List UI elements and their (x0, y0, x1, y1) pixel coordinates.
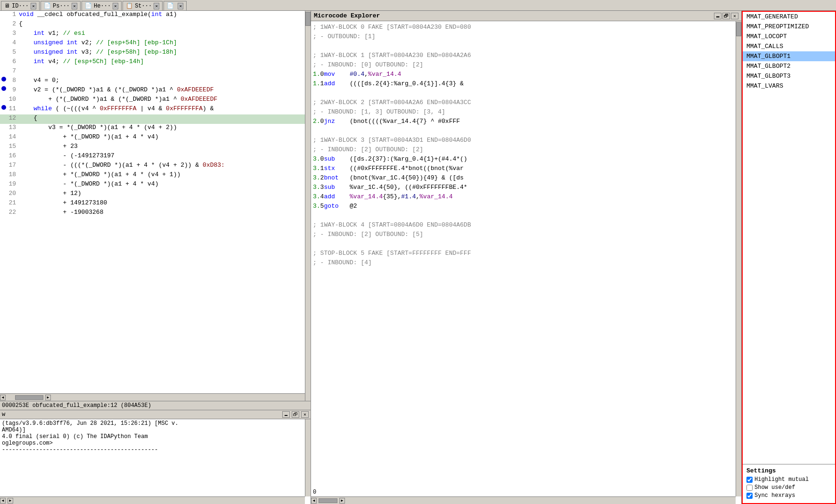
output-title-bar: w 🗕 🗗 ✕ (0, 410, 311, 419)
tab-ida-close[interactable]: ✕ (31, 3, 36, 9)
table-row: 2 { (0, 20, 305, 30)
list-item: 3. 5 goto @2 (313, 201, 739, 211)
show-use-def-checkbox[interactable] (746, 485, 753, 491)
option-MMAT_PREOPTIMIZED[interactable]: MMAT_PREOPTIMIZED (743, 22, 835, 32)
highlight-mutual-label: Highlight mutual (754, 476, 809, 483)
table-row: 15 + 23 (0, 143, 305, 152)
tab-hex[interactable]: 📄 He··· ✕ (82, 1, 122, 10)
microcode-title: Microcode Explorer (314, 12, 380, 19)
output-restore-btn[interactable]: 🗗 (292, 411, 299, 418)
mc-scroll-left[interactable]: ◀ (311, 498, 317, 504)
options-panel: MMAT_GENERATED MMAT_PREOPTIMIZED MMAT_LO… (742, 11, 836, 504)
tab-extra-close[interactable]: ✕ (178, 3, 183, 9)
table-row: 8 v4 = 0; (0, 77, 305, 86)
table-row: 17 - (((*(_DWORD *)(a1 + 4 * (v4 + 2)) &… (0, 162, 305, 171)
list-item: 2. 0 jnz (bnot((((%var_14.4{7} ^ #0xFFF (313, 116, 739, 126)
output-scrollbar-v[interactable] (305, 419, 311, 496)
checkbox-sync-hexrays[interactable]: Sync hexrays (746, 492, 831, 499)
microcode-scrollbar-h[interactable]: ◀ ▶ (311, 496, 736, 504)
code-scrollbar-h[interactable]: ◀ ▶ (0, 393, 305, 401)
tab-ida[interactable]: 🖥 ID··· ✕ (1, 1, 40, 10)
table-row: 5 unsigned int v3; // [esp+58h] [ebp-18h… (0, 49, 305, 58)
list-item (313, 88, 739, 98)
microcode-close-btn[interactable]: ✕ (731, 13, 738, 19)
breakpoint-8 (0, 77, 8, 81)
list-item: ; STOP-BLOCK 5 FAKE [START=FFFFFFFF END=… (313, 248, 739, 258)
list-item (313, 239, 739, 248)
list-item: ; 1WAY-BLOCK 1 [START=0804A230 END=0804A… (313, 50, 739, 60)
scroll-thumb-h[interactable] (15, 395, 43, 400)
table-row: 18 + *(_DWORD *)(a1 + 4 * (v4 + 1)) (0, 171, 305, 180)
tab-ps[interactable]: 📄 Ps··· ✕ (41, 1, 81, 10)
table-row: 22 + -19003268 (0, 209, 305, 218)
table-row: 16 - (-1491273197 (0, 152, 305, 162)
option-MMAT_GENERATED[interactable]: MMAT_GENERATED (743, 12, 835, 22)
tab-extra[interactable]: 📄 ✕ (164, 1, 187, 10)
microcode-scrollbar-v[interactable] (736, 21, 741, 496)
list-item: ; 2WAY-BLOCK 2 [START=0804A2A6 END=0804A… (313, 98, 739, 107)
microcode-content[interactable]: ; 1WAY-BLOCK 0 FAKE [START=0804A230 END=… (311, 21, 741, 504)
output-minimize-btn[interactable]: 🗕 (282, 411, 290, 418)
list-item: 3. 0 sub ([ds.2{37}:(%arg_0.4{1}+(#4.4*(… (313, 154, 739, 163)
highlight-mutual-checkbox[interactable] (746, 477, 753, 483)
list-item: ; 1WAY-BLOCK 3 [START=0804A3D1 END=0804A… (313, 135, 739, 145)
microcode-minimize-btn[interactable]: 🗕 (714, 13, 721, 19)
table-row: 7 (0, 67, 305, 77)
options-list: MMAT_GENERATED MMAT_PREOPTIMIZED MMAT_LO… (743, 12, 835, 464)
sync-hexrays-label: Sync hexrays (754, 492, 795, 499)
tab-ps-label: Ps··· (53, 3, 70, 9)
scroll-right-arrow[interactable]: ▶ (45, 395, 51, 400)
scroll-left-arrow[interactable]: ◀ (0, 395, 6, 400)
list-item: ; - INBOUND: [0] OUTBOUND: [2] (313, 60, 739, 69)
table-row: 21 + 1491273180 (0, 199, 305, 209)
list-item: ----------------------------------------… (2, 447, 309, 453)
list-item: 3. 1 stx ((#0xFFFFFFFE.4*bnot((bnot(%var (313, 163, 739, 173)
table-row: 9 v2 = (*(_DWORD *)a1 & (*(_DWORD *)a1 ^… (0, 86, 305, 96)
tab-ida-label: ID··· (12, 3, 29, 9)
list-item: 3. 2 bnot (bnot(%var_1C.4{50}){49} & ([d… (313, 173, 739, 182)
settings-title: Settings (746, 467, 831, 474)
table-row: 20 + 12) (0, 190, 305, 199)
mc-scroll-right[interactable]: ▶ (339, 498, 345, 504)
table-row: 6 int v4; // [esp+5Ch] [ebp-14h] (0, 58, 305, 67)
tab-str[interactable]: 📋 St··· ✕ (123, 1, 163, 10)
tab-ps-close[interactable]: ✕ (72, 3, 77, 9)
settings-section: Settings Highlight mutual Show use/def S… (743, 464, 835, 503)
table-row: 19 - *(_DWORD *)(a1 + 4 * v4) (0, 180, 305, 190)
list-item: 1. 1 add ((([ds.2{4}:%arg_0.4{1}].4{3} & (313, 79, 739, 88)
table-row: 11 while ( (~(((v4 ^ 0xFFFFFFFA | v4 & 0… (0, 105, 305, 114)
option-MMAT_CALLS[interactable]: MMAT_CALLS (743, 41, 835, 51)
checkbox-highlight-mutual[interactable]: Highlight mutual (746, 476, 831, 483)
option-MMAT_LOCOPT[interactable]: MMAT_LOCOPT (743, 32, 835, 41)
status-bar: 0000253E obfucated_full_example:12 (804A… (0, 401, 311, 410)
list-item: ; - OUTBOUND: [1] (313, 32, 739, 41)
microcode-title-bar: Microcode Explorer 🗕 🗗 ✕ (311, 11, 741, 21)
status-text: 0000253E obfucated_full_example:12 (804A… (2, 402, 151, 409)
checkbox-show-use-def[interactable]: Show use/def (746, 484, 831, 491)
main-content: 1 void __cdecl obfucated_full_example(in… (0, 11, 836, 504)
tab-ps-icon: 📄 (44, 2, 51, 9)
list-item: 3. 3 sub %var_1C.4{50}, ((#0xFFFFFFFBE.4… (313, 182, 739, 192)
option-MMAT_GLBOPT2[interactable]: MMAT_GLBOPT2 (743, 61, 835, 71)
code-scrollbar-v[interactable] (305, 11, 311, 401)
list-item: ; - INBOUND: [1, 3] OUTBOUND: [3, 4] (313, 107, 739, 116)
output-scrollbar-h[interactable]: ◀ ▶ (0, 496, 305, 504)
tab-str-icon: 📋 (126, 2, 133, 9)
microcode-panel: Microcode Explorer 🗕 🗗 ✕ ; 1WAY-BLOCK 0 … (311, 11, 742, 504)
breakpoint-11 (0, 105, 8, 110)
table-row: 3 int v1; // esi (0, 30, 305, 39)
output-content[interactable]: (tags/v3.9.6:db3ff76, Jun 28 2021, 15:26… (0, 419, 311, 504)
code-area[interactable]: 1 void __cdecl obfucated_full_example(in… (0, 11, 311, 401)
option-MMAT_LVARS[interactable]: MMAT_LVARS (743, 81, 835, 91)
output-close-btn[interactable]: ✕ (301, 411, 309, 418)
list-item: (tags/v3.9.6:db3ff76, Jun 28 2021, 15:26… (2, 420, 309, 427)
option-MMAT_GLBOPT1[interactable]: MMAT_GLBOPT1 (743, 51, 835, 61)
option-MMAT_GLBOPT3[interactable]: MMAT_GLBOPT3 (743, 71, 835, 81)
sync-hexrays-checkbox[interactable] (746, 493, 753, 499)
output-scroll-right[interactable]: ▶ (8, 498, 13, 504)
microcode-restore-btn[interactable]: 🗗 (722, 13, 730, 19)
tab-hex-close[interactable]: ✕ (113, 3, 118, 9)
output-scroll-left[interactable]: ◀ (0, 498, 6, 504)
tab-str-close[interactable]: ✕ (154, 3, 159, 9)
table-row: 1 void __cdecl obfucated_full_example(in… (0, 11, 305, 20)
